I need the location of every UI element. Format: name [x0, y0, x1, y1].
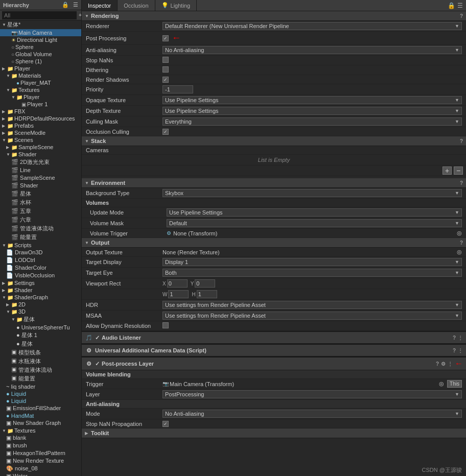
hierarchy-add-icon[interactable]: +: [79, 12, 82, 18]
environment-section-header[interactable]: ▼ Environment ?: [82, 178, 466, 188]
depth-texture-dropdown[interactable]: Use Pipeline Settings ▼: [162, 107, 462, 115]
tree-item-scenemode[interactable]: ▶ 📁 SceneModle: [0, 129, 81, 136]
inspector-menu-icon[interactable]: ☰: [457, 2, 463, 9]
output-texture-target-icon[interactable]: ◎: [457, 249, 462, 255]
stack-add-button[interactable]: +: [442, 166, 452, 175]
tree-item-sphere-1[interactable]: ○ Sphere (1): [0, 58, 81, 65]
tree-item-visbleocclusion[interactable]: 📄 VisbleOcclusion: [0, 272, 81, 279]
post-process-layer-header[interactable]: ⚙ ✓ Post-process Layer ? ⚙ ⋮ ←: [82, 356, 466, 370]
stack-help-icon[interactable]: ?: [460, 138, 463, 144]
tree-item-lodctrl[interactable]: 📄 LODCtrl: [0, 256, 81, 264]
y-input[interactable]: [195, 279, 215, 288]
post-process-layer-help-btn[interactable]: ?: [436, 361, 439, 367]
stack-section-header[interactable]: ▼ Stack ?: [82, 136, 466, 146]
tree-item-xingti-1[interactable]: ● 星体 1: [0, 331, 81, 340]
tree-item-shader-root[interactable]: ▶ 📁 Shader: [0, 287, 81, 294]
post-process-layer-enabled[interactable]: ✓: [95, 361, 100, 367]
stop-nan-checkbox[interactable]: [162, 421, 169, 427]
dithering-checkbox[interactable]: [162, 66, 169, 73]
tree-item-shuipingye[interactable]: ▣ 水瓶液体: [0, 357, 81, 366]
tree-item-xingti-sg[interactable]: ● 星体: [0, 340, 81, 348]
stop-nans-checkbox[interactable]: [162, 57, 169, 63]
opaque-texture-dropdown[interactable]: Use Pipeline Settings ▼: [162, 96, 462, 104]
render-shadows-checkbox[interactable]: [162, 77, 169, 83]
msaa-dropdown[interactable]: Use settings from Render Pipeline Asset …: [162, 312, 462, 320]
audio-listener-header[interactable]: 🎵 ✓ Audio Listener ? ⋮: [82, 331, 466, 344]
tree-item-nengliangzhi[interactable]: 🎬 能量置: [0, 233, 81, 242]
occlusion-culling-checkbox[interactable]: [162, 129, 169, 135]
tree-item-liuzhang[interactable]: 🎬 六章: [0, 216, 81, 224]
tree-item-fbx[interactable]: ▶ 📁 FBX: [0, 108, 81, 115]
hierarchy-lock-icon[interactable]: 🔒: [62, 2, 69, 8]
tree-item-player[interactable]: ▶ 📁 Player: [0, 65, 81, 72]
tree-item-emissionfill[interactable]: ▣ EmissionFillShader: [0, 404, 81, 412]
tree-item-player-1[interactable]: ▣ Player 1: [0, 101, 81, 108]
universal-additional-help-btn[interactable]: ?: [453, 348, 456, 353]
audio-listener-help-btn[interactable]: ?: [453, 335, 456, 341]
environment-help-icon[interactable]: ?: [460, 180, 463, 186]
tree-item-3d-sg[interactable]: ▼ 📁 3D: [0, 308, 81, 315]
hierarchy-search-input[interactable]: [2, 11, 77, 19]
stack-remove-button[interactable]: −: [454, 166, 463, 175]
tree-item-textures-player[interactable]: ▼ 📁 Textures: [0, 86, 81, 93]
universal-additional-header[interactable]: ⚙ Universal Additional Camera Data (Scri…: [82, 344, 466, 356]
tree-item-samplescene[interactable]: ▶ 📁 SampleScene: [0, 144, 81, 151]
hdr-dropdown[interactable]: Use settings from Render Pipeline Asset …: [162, 301, 462, 309]
tree-item-guandao-sg[interactable]: ▣ 管道液体流动: [0, 366, 81, 374]
tree-item-2d-laser[interactable]: 🎬 2D激光光束: [0, 158, 81, 166]
volume-trigger-target-icon[interactable]: ◎: [457, 230, 462, 236]
inspector-lock-icon[interactable]: 🔒: [448, 2, 455, 9]
tree-item-drawon3d[interactable]: 📄 DrawOn3D: [0, 249, 81, 256]
tree-item-moxing[interactable]: ▣ 模型线条: [0, 348, 81, 357]
universal-additional-menu-btn[interactable]: ⋮: [458, 348, 463, 353]
x-input[interactable]: [167, 279, 188, 288]
tree-item-scenes[interactable]: ▼ 📁 Scenes: [0, 136, 81, 144]
hierarchy-menu-icon[interactable]: ☰: [73, 2, 78, 8]
toolkit-section-header[interactable]: ▶ Toolkit: [82, 429, 466, 438]
h-input[interactable]: [197, 290, 217, 298]
renderer-dropdown[interactable]: Default Renderer (New Universal Render P…: [162, 22, 462, 30]
update-mode-dropdown[interactable]: Use Pipeline Settings ▼: [167, 208, 462, 217]
tree-item-hexagon[interactable]: ▣ HexagonTiledPattern: [0, 449, 81, 457]
tree-item-liq-shader[interactable]: ~ liq shader: [0, 383, 81, 390]
audio-listener-enabled[interactable]: ✓: [95, 335, 100, 341]
output-section-header[interactable]: ▼ Output ?: [82, 238, 466, 248]
tree-item-shadergraph[interactable]: ▼ 📁 ShaderGraph: [0, 294, 81, 301]
target-eye-dropdown[interactable]: Both ▼: [162, 269, 462, 277]
tab-inspector[interactable]: Inspector: [82, 0, 118, 11]
anti-aliasing-dropdown[interactable]: No Anti-aliasing ▼: [162, 46, 462, 54]
culling-mask-dropdown[interactable]: Everything ▼: [162, 117, 462, 126]
tree-item-directional-light[interactable]: ☀ Directional Light: [0, 36, 81, 43]
tree-item-universesphere[interactable]: ● UniverseSphererTu: [0, 324, 81, 331]
tree-item-new-sg[interactable]: ▣ New Shader Graph: [0, 419, 81, 427]
audio-listener-menu-btn[interactable]: ⋮: [458, 335, 463, 341]
tab-occlusion[interactable]: Occlusion: [118, 0, 155, 11]
tree-item-shader2[interactable]: 🎬 Shader: [0, 182, 81, 189]
tree-item-blank[interactable]: ▣ blank: [0, 434, 81, 442]
tree-item-liquid1[interactable]: ● Liquid: [0, 390, 81, 397]
tree-item-xingti-3d[interactable]: ▼ 📁 星体: [0, 315, 81, 324]
this-button[interactable]: This: [447, 380, 462, 388]
volume-mask-dropdown[interactable]: Default ▼: [167, 219, 462, 227]
tree-item-liquid2[interactable]: ● Liquid: [0, 397, 81, 404]
tree-item-player-mat[interactable]: ● Player_MAT: [0, 79, 81, 86]
mode-dropdown[interactable]: No Anti-aliasing ▼: [162, 410, 462, 418]
rendering-section-header[interactable]: ▼ Rendering ?: [82, 11, 466, 21]
rendering-help-icon[interactable]: ?: [460, 13, 463, 19]
tree-item-guandao[interactable]: 🎬 管道液体流动: [0, 224, 81, 233]
tree-item-main-camera[interactable]: 📷 Main Camera: [0, 29, 81, 36]
tree-item-2d-sg[interactable]: ▶ 📁 2D: [0, 301, 81, 308]
tree-item-player-subfolder[interactable]: ▼ 📁 Player: [0, 93, 81, 101]
layer-dropdown[interactable]: PostProcessing ▼: [162, 390, 462, 398]
tree-item-hdrp[interactable]: ▶ 📁 HDRPDefaultResources: [0, 115, 81, 122]
post-process-layer-menu-btn[interactable]: ⋮: [448, 361, 453, 367]
background-type-dropdown[interactable]: Skybox ▼: [162, 189, 462, 197]
tree-item-shadercolor[interactable]: 📄 ShaderColor: [0, 264, 81, 272]
tree-item-water[interactable]: ▣ Water: [0, 472, 81, 476]
tree-item-handmat[interactable]: ● HandMat: [0, 412, 81, 419]
tree-item-shuibei[interactable]: 🎬 水杯: [0, 198, 81, 207]
tree-item-prefabs[interactable]: ▶ 📁 Prefabs: [0, 122, 81, 129]
tree-item-sphere[interactable]: ○ Sphere: [0, 43, 81, 51]
tree-item-xingti2[interactable]: 🎬 星体: [0, 189, 81, 198]
tree-item-new-render[interactable]: ▣ New Render Texture: [0, 457, 81, 465]
